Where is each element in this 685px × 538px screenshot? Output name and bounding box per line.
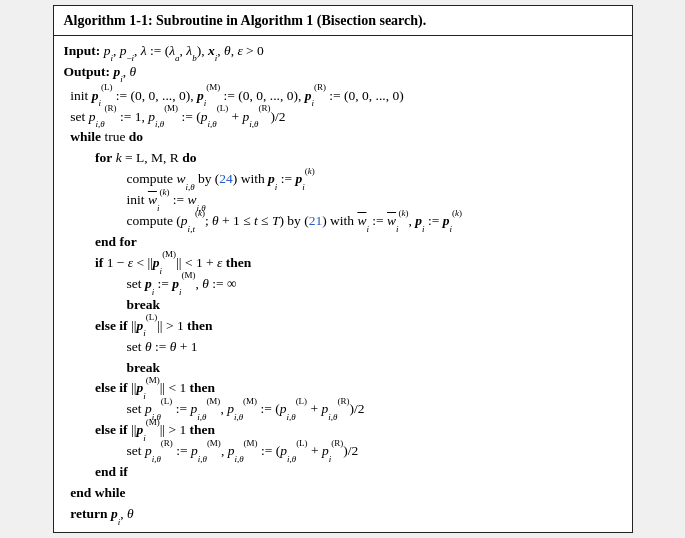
init-line-2: set pi,θ(R) := 1, pi,θ(M) := (pi,θ(L) + … [64, 107, 622, 128]
return-line: return pi, θ [64, 504, 622, 525]
compute-w-line: compute wi,θ by (24) with pi := pi(k) [64, 169, 622, 190]
algorithm-title-bar: Algorithm 1-1: Subroutine in Algorithm 1… [54, 6, 632, 36]
if-line-1: if 1 − ε < ||pi(M)|| < 1 + ε then [64, 253, 622, 274]
end-for-line: end for [64, 232, 622, 253]
else-if-line-1: else if ||pi(L)|| > 1 then [64, 316, 622, 337]
for-line: for k = L, M, R do [64, 148, 622, 169]
output-line: Output: pi, θ [64, 62, 622, 83]
while-line: while true do [64, 127, 622, 148]
init-line-1: init pi(L) := (0, 0, ..., 0), pi(M) := (… [64, 86, 622, 107]
set-line-3: set pi,θ(R) := pi,θ(M), pi,θ(M) := (pi,θ… [64, 441, 622, 462]
algorithm-body: Input: pi, p−i, λ := (λa, λb), xi, θ, ε … [54, 36, 632, 532]
set-line-1: set pi := pi(M), θ := ∞ [64, 274, 622, 295]
init-wbar-line: init wi(k) := wi,θ [64, 190, 622, 211]
algorithm-number: Algorithm 1-1 [64, 13, 148, 28]
compute-pit-line: compute (pi,t(k); θ + 1 ≤ t ≤ T) by (21)… [64, 211, 622, 232]
end-if-line: end if [64, 462, 622, 483]
set-theta-line: set θ := θ + 1 [64, 337, 622, 358]
end-while-line: end while [64, 483, 622, 504]
algorithm-subtitle: : Subroutine in Algorithm 1 (Bisection s… [148, 13, 426, 28]
input-line: Input: pi, p−i, λ := (λa, λb), xi, θ, ε … [64, 41, 622, 62]
algorithm-box: Algorithm 1-1: Subroutine in Algorithm 1… [53, 5, 633, 533]
